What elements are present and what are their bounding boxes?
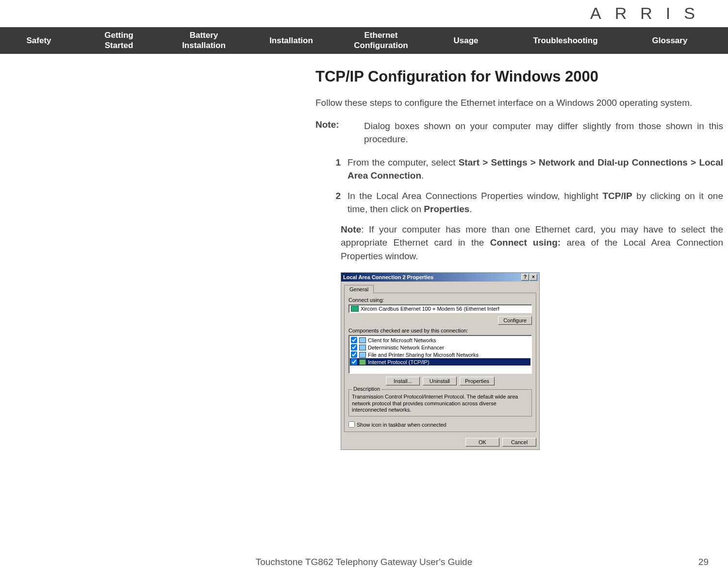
show-icon-label: Show icon in taskbar when connected: [357, 422, 447, 428]
client-icon: [359, 337, 366, 343]
properties-button[interactable]: Properties: [460, 377, 495, 385]
sub-note-label: Note: [341, 224, 361, 234]
note-block: Note: Dialog boxes shown on your compute…: [315, 119, 723, 146]
adapter-name: Xircom Cardbus Ethernet 100 + Modem 56 (…: [361, 306, 499, 312]
description-text: Transmission Control Protocol/Internet P…: [352, 394, 529, 413]
component-checkbox-3[interactable]: [351, 359, 357, 365]
component-label-1: Deterministic Network Enhancer: [368, 345, 444, 350]
components-list[interactable]: Client for Microsoft Networks Determinis…: [348, 335, 532, 374]
nav-battery-installation[interactable]: Battery Installation: [160, 30, 248, 51]
show-icon-checkbox[interactable]: [348, 421, 355, 428]
step-2-bold1: TCP/IP: [602, 191, 632, 201]
nav-ethernet-label: Ethernet Configuration: [354, 31, 408, 50]
step-1-post: .: [421, 170, 424, 181]
component-label-3: Internet Protocol (TCP/IP): [368, 359, 430, 365]
steps-list: 1 From the computer, select Start > Sett…: [330, 156, 723, 216]
top-nav: Safety Getting Started Battery Installat…: [0, 27, 728, 54]
nav-getting-started[interactable]: Getting Started: [78, 30, 160, 51]
properties-dialog: Local Area Connection 2 Properties ? × G…: [341, 272, 540, 450]
main-content: TCP/IP Configuration for Windows 2000 Fo…: [315, 68, 723, 450]
tab-strip: General: [341, 282, 539, 293]
help-button[interactable]: ?: [521, 274, 529, 281]
show-icon-row[interactable]: Show icon in taskbar when connected: [348, 421, 532, 428]
tab-panel: Connect using: Xircom Cardbus Ethernet 1…: [344, 293, 536, 432]
footer-text: Touchstone TG862 Telephony Gateway User'…: [0, 557, 728, 567]
install-button[interactable]: Install...: [386, 377, 420, 385]
step-1: 1 From the computer, select Start > Sett…: [330, 156, 723, 183]
component-checkbox-0[interactable]: [351, 337, 357, 343]
close-button[interactable]: ×: [529, 274, 537, 281]
titlebar-buttons: ? ×: [521, 274, 537, 281]
component-item-3[interactable]: Internet Protocol (TCP/IP): [350, 358, 530, 366]
step-2-body: In the Local Area Connections Properties…: [347, 189, 723, 216]
share-icon: [359, 352, 366, 358]
ok-button[interactable]: OK: [465, 438, 499, 447]
component-item-2[interactable]: File and Printer Sharing for Microsoft N…: [350, 351, 530, 358]
page-number: 29: [698, 557, 709, 567]
cancel-button[interactable]: Cancel: [502, 438, 536, 447]
uninstall-button[interactable]: Uninstall: [423, 377, 457, 385]
nav-usage[interactable]: Usage: [427, 35, 505, 46]
nav-ethernet-configuration[interactable]: Ethernet Configuration: [335, 30, 427, 51]
description-label: Description: [352, 386, 381, 392]
page-heading: TCP/IP Configuration for Windows 2000: [315, 68, 723, 85]
step-1-body: From the computer, select Start > Settin…: [347, 156, 723, 183]
intro-text: Follow these steps to configure the Ethe…: [315, 96, 723, 110]
component-item-1[interactable]: Deterministic Network Enhancer: [350, 344, 530, 351]
protocol-icon: [359, 359, 366, 365]
nav-troubleshooting[interactable]: Troubleshooting: [505, 35, 626, 46]
nic-icon: [351, 306, 359, 312]
component-label-0: Client for Microsoft Networks: [368, 337, 436, 343]
nav-glossary[interactable]: Glossary: [626, 35, 713, 46]
note-label: Note:: [315, 119, 364, 146]
step-2-post: .: [469, 204, 472, 214]
step-2-number: 2: [330, 189, 347, 216]
step-2-bold2: Properties: [424, 204, 469, 214]
dialog-title: Local Area Connection 2 Properties: [343, 274, 433, 280]
tab-general[interactable]: General: [344, 285, 374, 293]
step-2: 2 In the Local Area Connections Properti…: [330, 189, 723, 216]
connect-using-label: Connect using:: [348, 297, 532, 303]
dialog-bottom-buttons: OK Cancel: [341, 435, 539, 449]
nav-installation[interactable]: Installation: [248, 35, 335, 46]
note-body: Dialog boxes shown on your computer may …: [364, 119, 723, 146]
sub-note-bold: Connect using:: [490, 237, 561, 248]
component-checkbox-1[interactable]: [351, 344, 357, 350]
step-1-number: 1: [330, 156, 347, 183]
components-label: Components checked are used by this conn…: [348, 328, 532, 333]
dialog-titlebar: Local Area Connection 2 Properties ? ×: [341, 273, 539, 282]
description-group: Description Transmission Control Protoco…: [348, 389, 532, 416]
nav-battery-label: Battery Installation: [182, 31, 226, 50]
nav-safety[interactable]: Safety: [0, 35, 78, 46]
step-2-pre: In the Local Area Connections Properties…: [347, 191, 602, 201]
component-item-0[interactable]: Client for Microsoft Networks: [350, 336, 530, 344]
nav-getting-started-label: Getting Started: [104, 31, 133, 50]
component-checkbox-2[interactable]: [351, 351, 357, 358]
adapter-field[interactable]: Xircom Cardbus Ethernet 100 + Modem 56 (…: [348, 304, 532, 313]
component-label-2: File and Printer Sharing for Microsoft N…: [368, 352, 479, 358]
sub-note: Note: If your computer has more than one…: [341, 223, 723, 263]
configure-button[interactable]: Configure: [498, 316, 532, 325]
step-1-pre: From the computer, select: [347, 157, 459, 167]
service-icon: [359, 345, 366, 350]
brand-logo: ARRIS: [590, 4, 709, 23]
